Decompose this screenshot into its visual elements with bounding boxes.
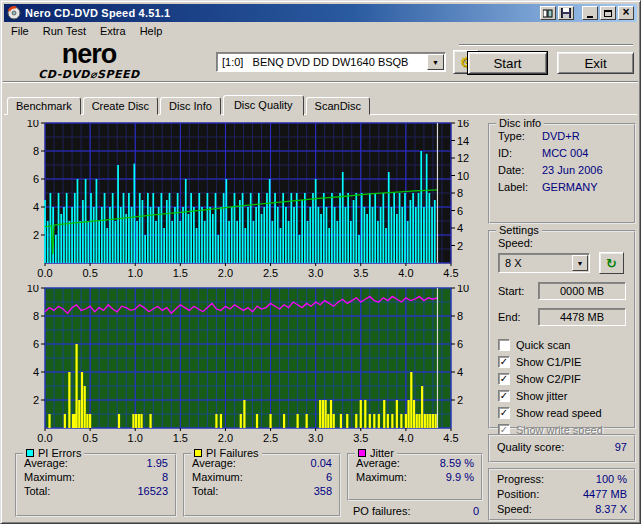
end-position-field[interactable]: 4478 MB: [538, 308, 626, 326]
po-failures-row: PO failures: 0: [351, 505, 481, 517]
speed-select-dropdown-button[interactable]: ▼: [572, 255, 588, 271]
start-position-label: Start:: [498, 285, 524, 297]
jitter-max-label: Maximum:: [356, 471, 407, 483]
tab-scandisc[interactable]: ScanDisc: [306, 97, 370, 115]
svg-text:4.5: 4.5: [443, 267, 458, 279]
jitter-title: Jitter: [370, 447, 394, 459]
disc-date-label: Date:: [498, 164, 542, 176]
disc-type-value: DVD+R: [542, 130, 580, 142]
disc-date-value: 23 Jun 2006: [542, 164, 603, 176]
start-button[interactable]: Start: [468, 52, 547, 74]
svg-text:2: 2: [457, 394, 463, 406]
disc-info-window-button[interactable]: [540, 6, 556, 20]
speed-readout-value: 8.37 X: [595, 503, 627, 515]
po-failures-label: PO failures:: [353, 505, 410, 517]
checkbox-box[interactable]: ✓: [498, 407, 510, 419]
svg-text:2: 2: [457, 240, 463, 252]
svg-text:3.0: 3.0: [308, 267, 323, 279]
settings-title: Settings: [499, 224, 539, 236]
svg-text:3.5: 3.5: [353, 432, 368, 444]
pi-failures-title: PI Failures: [206, 447, 259, 459]
drive-select-dropdown-button[interactable]: ▼: [427, 54, 444, 70]
checkbox-show-read-speed[interactable]: ✓Show read speed: [498, 404, 634, 421]
svg-text:8: 8: [33, 145, 39, 157]
jitter-avg-value: 8.59 %: [440, 457, 474, 469]
tab-disc-info[interactable]: Disc Info: [160, 97, 221, 115]
svg-text:6: 6: [457, 338, 463, 350]
svg-text:12: 12: [457, 152, 469, 164]
menu-extra[interactable]: Extra: [93, 23, 133, 39]
checkbox-show-jitter[interactable]: ✓Show jitter: [498, 387, 634, 404]
menu-bar: File Run Test Extra Help: [4, 22, 637, 40]
checkbox-box[interactable]: ✓: [498, 390, 510, 402]
svg-text:8: 8: [457, 187, 463, 199]
disc-info-title: Disc info: [499, 117, 541, 129]
nero-logo: nero CD-DVD⌀SPEED: [9, 41, 169, 80]
pi-errors-total-value: 16523: [137, 485, 168, 497]
po-failures-value: 0: [473, 505, 479, 517]
speed-select[interactable]: 8 X ▼: [498, 253, 590, 273]
pi-errors-avg-value: 1.95: [147, 457, 168, 469]
svg-text:16: 16: [457, 120, 469, 129]
pi-failures-max-value: 6: [326, 471, 332, 483]
checkbox-show-c2-pif[interactable]: ✓Show C2/PIF: [498, 370, 634, 387]
svg-text:2.5: 2.5: [263, 432, 278, 444]
nero-logo-text: nero: [9, 41, 169, 68]
svg-text:0.5: 0.5: [82, 432, 97, 444]
exit-button[interactable]: Exit: [557, 52, 634, 74]
save-button[interactable]: [558, 6, 574, 20]
pi-failures-avg-value: 0.04: [311, 457, 332, 469]
checkbox-show-c1-pie[interactable]: ✓Show C1/PIE: [498, 353, 634, 370]
tab-benchmark[interactable]: Benchmark: [7, 97, 81, 115]
drive-select[interactable]: [1:0] BENQ DVD DD DW1640 BSQB ▼: [216, 52, 446, 72]
pi-failures-swatch: [194, 449, 202, 457]
checkbox-box[interactable]: ✓: [498, 373, 510, 385]
jitter-max-value: 9.9 %: [446, 471, 474, 483]
window-title: Nero CD-DVD Speed 4.51.1: [25, 7, 170, 19]
refresh-speed-button[interactable]: ↻: [599, 252, 624, 274]
refresh-icon: ↻: [606, 256, 617, 271]
menu-file[interactable]: File: [4, 23, 36, 39]
svg-text:8: 8: [33, 310, 39, 322]
svg-text:10: 10: [27, 285, 39, 294]
tab-bar: Benchmark Create Disc Disc Info Disc Qua…: [7, 94, 372, 115]
checkbox-label: Show jitter: [516, 390, 567, 402]
disc-id-label: ID:: [498, 147, 542, 159]
svg-text:6: 6: [33, 173, 39, 185]
pi-failures-total-label: Total:: [192, 485, 218, 497]
maximize-icon: [604, 10, 612, 17]
pi-errors-swatch: [26, 449, 34, 457]
progress-label: Progress:: [497, 473, 544, 485]
checkbox-label: Show read speed: [516, 407, 602, 419]
tab-create-disc[interactable]: Create Disc: [83, 97, 158, 115]
svg-text:14: 14: [457, 135, 469, 147]
maximize-button[interactable]: [600, 6, 616, 20]
start-position-field[interactable]: 0000 MB: [538, 282, 626, 300]
checkbox-quick-scan[interactable]: Quick scan: [498, 336, 634, 353]
settings-checkboxes: Quick scan✓Show C1/PIE✓Show C2/PIF✓Show …: [498, 336, 634, 438]
speed-label: Speed:: [498, 237, 634, 249]
svg-text:10: 10: [27, 120, 39, 129]
checkbox-label: Show C1/PIE: [516, 356, 581, 368]
pi-failures-chart: 2468102468100.00.51.01.52.02.53.03.54.04…: [11, 285, 483, 447]
end-position-label: End:: [498, 311, 521, 323]
close-button[interactable]: ×: [618, 6, 634, 20]
checkbox-box[interactable]: [498, 339, 510, 351]
pi-errors-max-label: Maximum:: [24, 471, 75, 483]
checkbox-box[interactable]: ✓: [498, 356, 510, 368]
cdspeed-logo-text: CD-DVD⌀SPEED: [9, 69, 169, 80]
menu-help[interactable]: Help: [133, 23, 170, 39]
tab-disc-quality[interactable]: Disc Quality: [223, 95, 304, 116]
disc-label-label: Label:: [498, 181, 542, 193]
svg-text:2.0: 2.0: [218, 432, 233, 444]
svg-text:6: 6: [33, 338, 39, 350]
drive-select-value: [1:0] BENQ DVD DD DW1640 BSQB: [217, 53, 445, 68]
quality-score-value: 97: [615, 441, 627, 453]
position-value: 4477 MB: [583, 488, 627, 500]
menu-run-test[interactable]: Run Test: [36, 23, 93, 39]
title-bar[interactable]: Nero CD-DVD Speed 4.51.1 ×: [4, 4, 637, 22]
svg-text:1.5: 1.5: [173, 432, 188, 444]
svg-text:4: 4: [33, 366, 39, 378]
checkbox-label: Quick scan: [516, 339, 570, 351]
minimize-button[interactable]: [582, 6, 598, 20]
